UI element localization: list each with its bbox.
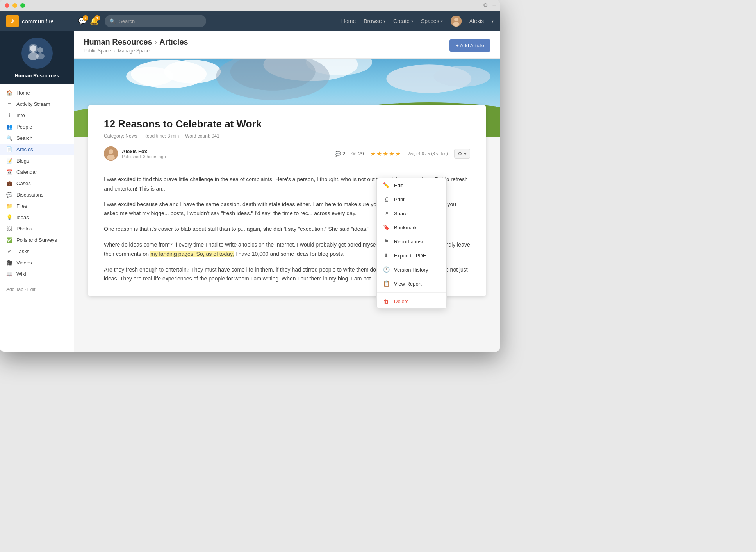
logo-text: communifire [22, 18, 54, 25]
sidebar-label-photos: Photos [16, 226, 32, 232]
avatar[interactable] [451, 16, 462, 27]
add-tab-link[interactable]: Add Tab [6, 287, 23, 292]
search-input[interactable] [119, 18, 201, 24]
sidebar-label-search: Search [16, 135, 32, 141]
svg-point-4 [30, 45, 36, 52]
messages-badge: 2 [83, 15, 88, 21]
edit-tabs-link[interactable]: Edit [27, 287, 36, 292]
nav-spaces[interactable]: Spaces ▾ [421, 18, 443, 24]
sidebar-item-people[interactable]: 👥 People [0, 121, 74, 132]
sidebar-item-home[interactable]: 🏠 Home [0, 87, 74, 98]
dropdown-export[interactable]: ⬇ Export to PDF [377, 248, 446, 263]
sidebar-item-wiki[interactable]: 📖 Wiki [0, 268, 74, 280]
dropdown-view-report[interactable]: 📋 View Report [377, 277, 446, 291]
sidebar-item-tasks[interactable]: ✔ Tasks [0, 246, 74, 257]
sidebar-footer: Add Tab · Edit [0, 283, 74, 296]
sidebar-title: Human Resources [5, 73, 69, 79]
sidebar-item-blogs[interactable]: 📝 Blogs [0, 155, 74, 166]
gear-chevron: ▾ [464, 151, 467, 157]
notifications-icon[interactable]: 🔔 1 [90, 17, 98, 25]
dropdown-divider [377, 292, 446, 293]
version-icon: 🕐 [383, 266, 389, 273]
sidebar-item-calendar[interactable]: 📅 Calendar [0, 166, 74, 178]
sidebar-label-polls: Polls and Surveys [16, 237, 57, 243]
dropdown-version-history[interactable]: 🕐 Version History [377, 263, 446, 277]
sidebar-label-ideas: Ideas [16, 214, 29, 220]
logo[interactable]: ✳ communifire [6, 15, 69, 27]
dropdown-version-label: Version History [394, 267, 428, 273]
minimize-button[interactable] [12, 3, 17, 8]
sidebar-item-search[interactable]: 🔍 Search [0, 132, 74, 144]
user-chevron: ▾ [492, 19, 494, 23]
user-name[interactable]: Alexis [469, 18, 484, 24]
comment-icon: 💬 [335, 151, 341, 157]
sidebar-item-photos[interactable]: 🖼 Photos [0, 223, 74, 234]
navbar-icons: 💬 2 🔔 1 [78, 17, 98, 25]
breadcrumb-space[interactable]: Human Resources [84, 38, 152, 46]
breadcrumb-separator: › [155, 38, 157, 46]
sidebar-item-activity-stream[interactable]: ≡ Activity Stream [0, 98, 74, 110]
star-2: ★ [376, 150, 382, 157]
files-icon: 📁 [6, 203, 12, 209]
export-icon: ⬇ [383, 252, 389, 259]
dropdown-bookmark[interactable]: 🔖 Bookmark [377, 220, 446, 234]
dropdown-view-report-label: View Report [394, 281, 422, 287]
create-chevron: ▾ [411, 19, 413, 23]
sidebar-item-videos[interactable]: 🎥 Videos [0, 257, 74, 268]
author-bar: Alexis Fox Published: 3 hours ago 💬 2 👁 … [104, 146, 470, 167]
views-count: 29 [358, 151, 364, 157]
maximize-button[interactable] [20, 3, 25, 8]
add-article-button[interactable]: + Add Article [449, 39, 490, 52]
sidebar-item-cases[interactable]: 💼 Cases [0, 178, 74, 189]
edit-icon: ✏️ [383, 182, 389, 188]
sidebar-item-polls[interactable]: ✅ Polls and Surveys [0, 234, 74, 246]
spaces-chevron: ▾ [441, 19, 443, 23]
messages-icon[interactable]: 💬 2 [78, 17, 87, 25]
nav-browse[interactable]: Browse ▾ [364, 18, 385, 24]
sidebar-item-files[interactable]: 📁 Files [0, 200, 74, 212]
article-card: 12 Reasons to Celebrate at Work Category… [88, 105, 486, 296]
sidebar-label-wiki: Wiki [16, 271, 26, 277]
dropdown-export-label: Export to PDF [394, 253, 426, 259]
dropdown-report-label: Report abuse [394, 239, 424, 245]
sidebar-label-calendar: Calendar [16, 169, 37, 175]
svg-point-10 [164, 60, 221, 84]
breadcrumb-sub: Public Space · Manage Space [84, 48, 188, 54]
sidebar-item-info[interactable]: ℹ Info [0, 110, 74, 121]
footer-dot: · [25, 287, 27, 292]
plus-icon[interactable]: + [492, 2, 496, 9]
breadcrumb: Human Resources › Articles [84, 38, 188, 46]
dropdown-delete[interactable]: 🗑 Delete [377, 294, 446, 308]
manage-space-link[interactable]: Manage Space [118, 48, 150, 54]
articles-icon: 📄 [6, 146, 12, 152]
sidebar-item-ideas[interactable]: 💡 Ideas [0, 212, 74, 223]
sidebar-label-articles: Articles [16, 146, 33, 152]
dropdown-edit-label: Edit [394, 182, 403, 188]
dropdown-share[interactable]: ↗ Share [377, 206, 446, 220]
public-space-link[interactable]: Public Space [84, 48, 111, 54]
dropdown-print[interactable]: 🖨 Print [377, 192, 446, 206]
close-button[interactable] [5, 3, 9, 8]
sidebar-label-cases: Cases [16, 180, 31, 186]
dropdown-report-abuse[interactable]: ⚑ Report abuse [377, 234, 446, 248]
sidebar-item-articles[interactable]: 📄 Articles [0, 144, 74, 155]
sidebar-label-discussions: Discussions [16, 192, 43, 198]
views-icon: 👁 [351, 151, 357, 157]
svg-point-24 [107, 155, 115, 160]
nav-create[interactable]: Create ▾ [393, 18, 413, 24]
breadcrumb-section[interactable]: Articles [159, 38, 188, 46]
svg-point-11 [126, 67, 173, 86]
dropdown-edit[interactable]: ✏️ Edit [377, 178, 446, 192]
gear-icon[interactable]: ⚙ [483, 2, 488, 8]
dropdown-print-label: Print [394, 197, 405, 202]
dropdown-delete-label: Delete [394, 298, 409, 304]
wiki-icon: 📖 [6, 271, 12, 277]
people-icon: 👥 [6, 124, 12, 130]
search-bar[interactable]: 🔍 [105, 15, 206, 27]
article-gear-button[interactable]: ⚙ ▾ [454, 149, 470, 159]
sidebar-item-discussions[interactable]: 💬 Discussions [0, 189, 74, 200]
content-header: Human Resources › Articles Public Space … [74, 31, 500, 59]
author-avatar[interactable] [104, 146, 118, 161]
nav-home[interactable]: Home [341, 18, 356, 24]
sidebar-label-people: People [16, 124, 32, 130]
